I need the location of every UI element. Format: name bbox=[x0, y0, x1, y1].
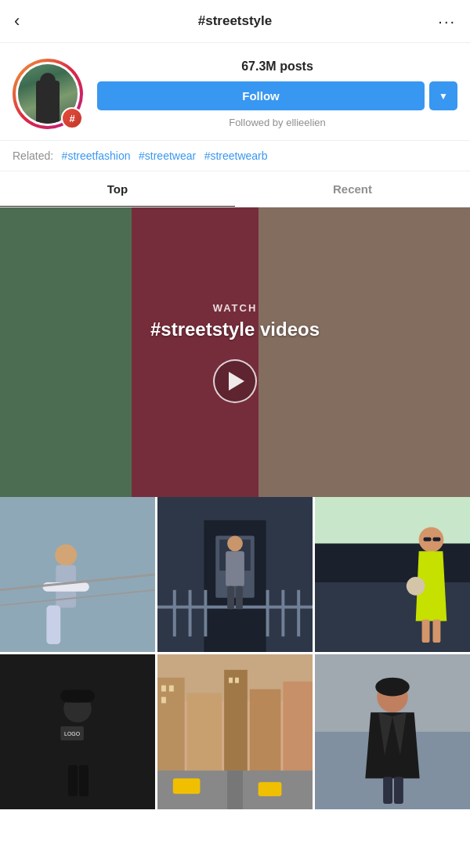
svg-rect-18 bbox=[281, 590, 284, 636]
svg-rect-49 bbox=[161, 686, 166, 692]
svg-rect-62 bbox=[383, 776, 392, 804]
play-button[interactable] bbox=[213, 359, 257, 403]
svg-rect-22 bbox=[227, 586, 234, 610]
grid-item-6[interactable] bbox=[315, 654, 470, 809]
svg-rect-13 bbox=[157, 606, 313, 609]
svg-rect-17 bbox=[266, 590, 269, 636]
avatar: # bbox=[13, 59, 83, 129]
profile-info: 67.3M posts Follow ▼ Followed by ellieel… bbox=[97, 59, 457, 128]
posts-count: 67.3M posts bbox=[97, 59, 457, 74]
svg-point-20 bbox=[227, 536, 243, 552]
grid-item-3[interactable] bbox=[315, 497, 470, 652]
related-tag-3[interactable]: #streetwearb bbox=[204, 149, 268, 162]
grid-item-4[interactable]: LOGO bbox=[0, 654, 155, 809]
svg-rect-15 bbox=[189, 590, 192, 636]
svg-rect-14 bbox=[173, 590, 176, 636]
follow-dropdown-button[interactable]: ▼ bbox=[429, 81, 457, 110]
svg-rect-38 bbox=[68, 765, 78, 797]
follow-button[interactable]: Follow bbox=[97, 81, 425, 110]
photo-grid: LOGO bbox=[0, 497, 470, 809]
grid-item-5[interactable] bbox=[157, 654, 313, 809]
tabs: Top Recent bbox=[0, 171, 470, 207]
svg-rect-57 bbox=[258, 782, 282, 796]
video-banner[interactable]: WATCH #streetstyle videos bbox=[0, 207, 470, 497]
more-button[interactable]: ··· bbox=[432, 13, 456, 31]
related-section: Related: #streetfashion #streetwear #str… bbox=[0, 140, 470, 171]
svg-point-61 bbox=[375, 678, 410, 697]
play-icon bbox=[229, 372, 244, 391]
tab-recent[interactable]: Recent bbox=[235, 171, 470, 207]
watch-label: WATCH bbox=[213, 302, 258, 314]
profile-section: # 67.3M posts Follow ▼ Followed by ellie… bbox=[0, 43, 470, 140]
svg-rect-26 bbox=[315, 543, 470, 582]
svg-point-2 bbox=[55, 544, 77, 566]
svg-point-32 bbox=[407, 577, 425, 596]
svg-rect-36 bbox=[60, 690, 95, 703]
followed-by-text: Followed by ellieelien bbox=[97, 117, 457, 128]
svg-rect-16 bbox=[204, 590, 207, 636]
related-tag-2[interactable]: #streetwear bbox=[139, 149, 196, 162]
posts-label: posts bbox=[280, 59, 313, 73]
svg-rect-21 bbox=[226, 551, 244, 586]
svg-rect-55 bbox=[227, 771, 243, 810]
video-overlay: WATCH #streetstyle videos bbox=[0, 207, 470, 497]
grid-item-2[interactable] bbox=[157, 497, 313, 652]
svg-rect-29 bbox=[432, 537, 440, 541]
hashtag-symbol: # bbox=[69, 113, 74, 124]
svg-rect-30 bbox=[422, 619, 430, 643]
video-title: #streetstyle videos bbox=[150, 319, 320, 340]
svg-rect-39 bbox=[79, 765, 89, 797]
svg-rect-63 bbox=[394, 776, 403, 804]
header: ‹ #streetstyle ··· bbox=[0, 0, 470, 43]
tab-top[interactable]: Top bbox=[0, 171, 235, 207]
svg-rect-0 bbox=[0, 497, 155, 652]
svg-rect-53 bbox=[235, 678, 239, 683]
svg-rect-19 bbox=[297, 590, 300, 636]
grid-item-1[interactable] bbox=[0, 497, 155, 652]
svg-rect-23 bbox=[236, 586, 243, 610]
svg-rect-52 bbox=[229, 678, 233, 683]
follow-row: Follow ▼ bbox=[97, 81, 457, 110]
svg-rect-28 bbox=[424, 537, 432, 541]
hashtag-badge: # bbox=[61, 107, 83, 129]
related-label: Related: bbox=[13, 149, 53, 162]
svg-rect-56 bbox=[173, 778, 201, 794]
back-button[interactable]: ‹ bbox=[14, 11, 38, 31]
svg-text:LOGO: LOGO bbox=[64, 731, 81, 737]
svg-rect-7 bbox=[46, 606, 60, 645]
related-tag-1[interactable]: #streetfashion bbox=[62, 149, 131, 162]
page-title: #streetstyle bbox=[38, 13, 432, 29]
svg-rect-50 bbox=[169, 686, 174, 692]
dropdown-chevron-icon: ▼ bbox=[439, 91, 448, 102]
svg-rect-51 bbox=[161, 697, 166, 703]
posts-number: 67.3M bbox=[241, 59, 276, 73]
svg-rect-31 bbox=[432, 619, 440, 643]
